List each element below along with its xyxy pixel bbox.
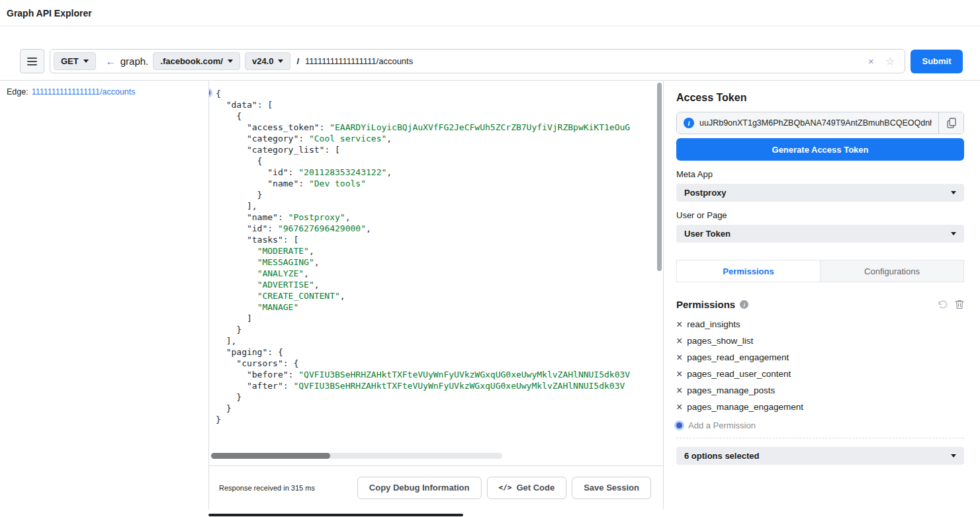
permission-item: ×pages_read_engagement	[676, 349, 964, 366]
tab-configurations[interactable]: Configurations	[821, 260, 963, 282]
copy-token-button[interactable]	[938, 112, 963, 134]
edge-label: Edge:	[7, 87, 28, 97]
remove-permission-icon[interactable]: ×	[676, 319, 682, 330]
chevron-down-icon	[278, 60, 283, 63]
response-footer: Response received in 315 ms Copy Debug I…	[209, 465, 663, 509]
trash-icon[interactable]	[955, 299, 964, 309]
save-session-button[interactable]: Save Session	[572, 477, 651, 499]
permissions-heading: Permissions	[676, 299, 735, 310]
page-horizontal-scrollbar[interactable]	[208, 514, 463, 516]
meta-app-label: Meta App	[676, 169, 964, 179]
permission-label: pages_read_user_content	[687, 369, 791, 379]
arrow-left-icon: ←	[106, 56, 116, 67]
path-separator: /	[296, 56, 299, 66]
request-toolbar: GET ← graph. .facebook.com/ v24.0 / 1111…	[0, 27, 980, 81]
meta-app-value: Postproxy	[684, 188, 727, 198]
meta-app-dropdown[interactable]: Postproxy	[676, 184, 964, 202]
permission-label: pages_manage_engagement	[687, 402, 803, 412]
page-title: Graph API Explorer	[7, 8, 92, 19]
options-selected-dropdown[interactable]: 6 options selected	[676, 447, 964, 465]
info-icon[interactable]: i	[684, 118, 694, 128]
remove-permission-icon[interactable]: ×	[676, 385, 682, 396]
permissions-header: Permissions i	[676, 299, 964, 310]
access-token-panel: Access Token i uuJRb9onXT1g3M6PhZBQbANA7…	[676, 81, 964, 465]
undo-icon[interactable]	[937, 300, 948, 309]
json-line: "after": "QVFIU3BSeHRHZAHktTXFteVUyWnFyU…	[216, 380, 654, 391]
chevron-down-icon	[951, 232, 956, 235]
method-dropdown[interactable]: GET	[54, 52, 96, 70]
json-line: ],	[216, 335, 654, 346]
add-permission-label: Add a Permission	[688, 420, 756, 430]
star-icon[interactable]: ☆	[882, 55, 898, 67]
permission-item: ×pages_show_list	[676, 333, 964, 349]
version-label: v24.0	[252, 56, 274, 66]
permission-label: pages_read_engagement	[687, 352, 789, 362]
json-line: }	[216, 403, 654, 414]
permissions-list: ×read_insights×pages_show_list×pages_rea…	[676, 316, 964, 415]
generate-access-token-button[interactable]: Generate Access Token	[676, 138, 964, 161]
remove-permission-icon[interactable]: ×	[676, 352, 682, 363]
json-line: ]	[216, 313, 654, 324]
json-line: "before": "QVFIU3BSeHRHZAHktTXFteVUyWnFy…	[216, 369, 654, 380]
token-value: uuJRb9onXT1g3M6PhZBQbANA749T9AntZBmuhBCQ…	[699, 118, 932, 128]
cursor-dot	[676, 422, 682, 428]
json-line: "access_token": "EAARDYiLoyicBQjAuXVfFG2…	[216, 122, 654, 133]
node-tree-sidebar: Edge:11111111111111111/accounts	[0, 81, 208, 509]
info-icon[interactable]: i	[740, 300, 748, 309]
json-line: "id": "967627696429000",	[216, 223, 654, 234]
json-line: }	[216, 189, 654, 200]
json-line: "MANAGE"	[216, 301, 654, 313]
horizontal-scrollbar-thumb[interactable]	[211, 453, 330, 459]
tab-permissions[interactable]: Permissions	[677, 260, 821, 282]
request-url-group: GET ← graph. .facebook.com/ v24.0 / 1111…	[50, 49, 905, 73]
chevron-down-icon	[228, 60, 233, 63]
json-line: "id": "201128353243122",	[216, 167, 654, 178]
token-value-box[interactable]: i uuJRb9onXT1g3M6PhZBQbANA749T9AntZBmuhB…	[677, 112, 938, 134]
json-line: {	[216, 155, 654, 167]
path-input[interactable]: 11111111111111111/accounts	[305, 56, 860, 66]
menu-button[interactable]	[20, 49, 44, 73]
remove-permission-icon[interactable]: ×	[676, 369, 682, 379]
json-line: {	[216, 110, 654, 122]
json-line: "CREATE_CONTENT",	[216, 290, 654, 301]
get-code-label: Get Code	[516, 483, 555, 493]
json-line: }	[216, 414, 654, 425]
response-status: Response received in 315 ms	[219, 484, 315, 492]
code-icon: </>	[499, 483, 512, 492]
json-line: "name": "Postproxy",	[216, 212, 654, 223]
json-line: "name": "Dev tools"	[216, 178, 654, 189]
json-line: "data": [	[216, 99, 654, 110]
json-line: }	[216, 391, 654, 403]
json-line: "ADVERTISE",	[216, 279, 654, 290]
hamburger-icon	[27, 58, 37, 59]
json-line: "paging": {	[216, 346, 654, 358]
json-line: ],	[216, 200, 654, 212]
chevron-down-icon	[951, 191, 956, 194]
clear-icon[interactable]: ×	[865, 56, 877, 67]
edge-value-link[interactable]: 11111111111111111/accounts	[32, 87, 136, 97]
user-or-page-value: User Token	[684, 229, 731, 239]
add-permission-row[interactable]: Add a Permission	[676, 420, 964, 438]
vertical-scrollbar[interactable]	[657, 83, 662, 271]
get-code-button[interactable]: </> Get Code	[487, 477, 567, 499]
permission-label: pages_show_list	[687, 336, 753, 346]
permission-item: ×read_insights	[676, 316, 964, 333]
remove-permission-icon[interactable]: ×	[676, 402, 682, 413]
user-or-page-dropdown[interactable]: User Token	[676, 225, 964, 243]
submit-button[interactable]: Submit	[911, 50, 963, 73]
permission-label: pages_manage_posts	[687, 385, 775, 395]
permission-label: read_insights	[687, 319, 740, 329]
copy-icon	[947, 118, 956, 128]
response-column: { "data": [ { "access_token": "EAARDYiLo…	[208, 81, 664, 509]
copy-debug-button[interactable]: Copy Debug Information	[357, 477, 482, 499]
domain-dropdown[interactable]: .facebook.com/	[153, 52, 240, 70]
remove-permission-icon[interactable]: ×	[676, 336, 682, 346]
json-response: { "data": [ { "access_token": "EAARDYiLo…	[209, 81, 663, 425]
version-dropdown[interactable]: v24.0	[245, 52, 291, 70]
access-token-title: Access Token	[676, 92, 964, 104]
options-selected-value: 6 options selected	[684, 451, 759, 461]
permission-item: ×pages_manage_posts	[676, 382, 964, 399]
permission-item: ×pages_manage_engagement	[676, 399, 964, 415]
permission-item: ×pages_read_user_content	[676, 366, 964, 382]
horizontal-scrollbar-track[interactable]	[211, 453, 502, 459]
